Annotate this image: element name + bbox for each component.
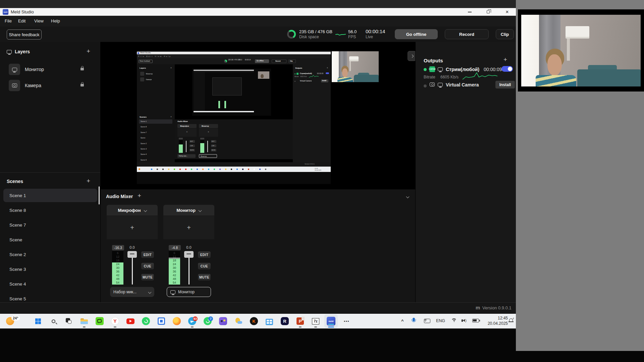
go-offline-button[interactable]: Go offline [395,29,438,39]
stream-toggle[interactable] [501,66,513,72]
tray-notification-bell-icon[interactable]: z [509,318,514,321]
channel-source-select[interactable]: Монитор [167,287,211,297]
mini-meter [200,140,204,153]
tray-chevron-up[interactable]: ^ [401,318,404,323]
taskbar-telegram[interactable]: 63 [185,314,199,328]
scene-item[interactable]: Scene 4 [3,277,97,291]
scenes-scrollbar[interactable] [99,186,100,204]
mini-webcam [332,51,379,82]
tray-battery-icon[interactable] [472,319,479,322]
scene-item[interactable]: Scene 7 [3,218,97,232]
games-icon [219,317,227,325]
tray-speaker-icon[interactable]: ) [462,318,467,322]
chevron-right-icon [410,54,414,58]
titlebar[interactable]: meld Meld Studio × [0,8,516,16]
taskbar-start[interactable] [31,314,45,328]
mini-taskbar-dot [231,169,232,170]
taskbar-yandex-browser[interactable]: Y [108,314,122,328]
taskbar-powerpoint[interactable]: P [293,314,307,328]
screen: meld Meld Studio × File Edit View Help S… [0,0,644,362]
mini-taskbar-dot [208,169,209,170]
record-button[interactable]: Record [445,29,489,39]
taskbar-file-explorer[interactable] [77,314,91,328]
tray-language[interactable]: ENG [436,318,445,323]
mini-taskbar-dot [242,169,244,170]
meld-status-logo: m [476,305,480,310]
cue-button[interactable]: CUE [198,262,211,270]
taskbar-youtube[interactable] [124,314,137,328]
live-label[interactable]: Live [366,35,373,39]
edit-button[interactable]: EDIT [198,251,211,258]
taskbar-kinopoisk[interactable]: K [247,314,261,328]
menu-edit[interactable]: Edit [18,18,25,23]
taskbar-microsoft-store[interactable] [263,314,276,328]
taskbar-green-app[interactable] [93,314,106,328]
tray-wifi-icon[interactable] [451,318,458,323]
restore-button[interactable] [481,8,495,16]
volume-slider-track[interactable] [132,254,133,285]
share-feedback-button[interactable]: Share feedback [7,29,42,40]
add-output-button[interactable]: + [503,57,507,63]
mute-button[interactable]: MUTE [198,274,211,281]
cue-button[interactable]: CUE [141,262,154,270]
mini-menubar: File Edit View Help [137,54,331,58]
menu-file[interactable]: File [5,18,12,23]
taskbar-games[interactable] [216,314,230,328]
scene-item[interactable]: Scene 1 [3,189,97,202]
collapse-outputs-button[interactable] [408,51,415,61]
taskbar-whatsapp[interactable] [139,314,153,328]
meter-scale-number: 6 [169,252,180,255]
preview-canvas[interactable]: Meld Studio File Edit View Help Share fe… [101,42,415,189]
close-button[interactable]: × [500,8,515,16]
mini-taskbar: 12:45 20.04.2025 [137,167,331,172]
scene-item[interactable]: Scene 3 [3,262,97,276]
taskbar-task-view[interactable] [62,314,75,328]
scene-item[interactable]: Scene 5 [3,292,97,302]
stream-preview: Meld Studio File Edit View Help Share fe… [137,49,379,184]
mini-taskbar-dot [168,169,169,170]
taskbar-firefox[interactable] [170,314,183,328]
meld-icon: meld [327,317,335,325]
taskbar-scan[interactable] [155,314,168,328]
tray-clock[interactable]: 12:45 20.04.2025 [484,315,508,326]
tray-date: 20.04.2025 [484,321,508,326]
whatsapp-icon [142,317,150,325]
taskbar-rutube[interactable]: R [278,314,291,328]
taskbar-meld[interactable]: meld [324,314,338,328]
add-source-area[interactable]: + [163,216,214,239]
edit-button[interactable]: EDIT [141,251,154,258]
scene-item[interactable]: Scene [3,233,97,246]
taskbar-cloud-app[interactable] [232,314,245,328]
bitrate-sparkline-icon [463,71,498,81]
mini-channel-header: Микрофон [177,124,197,128]
volume-slider-handle[interactable] [184,251,194,258]
menu-help[interactable]: Help [51,18,60,23]
channel-header[interactable]: Микрофон [107,205,158,216]
taskbar-7zip[interactable]: 7z [309,314,322,328]
statusbar: m Version 0.9.0.1 [0,302,516,313]
tray-mic-icon[interactable] [413,318,415,321]
meter-scale-number: 54 [112,281,123,284]
channel-source-select[interactable]: Набор мик... [110,287,154,297]
mini-taskbar-dot [162,169,164,170]
add-source-area[interactable]: + [107,216,158,239]
taskbar-whatsapp-chat[interactable]: 7 [201,314,214,328]
volume-slider-handle[interactable] [127,251,137,258]
mute-button[interactable]: MUTE [141,274,154,281]
webcam-pipe [567,38,570,60]
channel-header[interactable]: Монитор [163,205,214,216]
scene-item[interactable]: Scene 8 [3,203,97,217]
task-view-icon [66,318,72,324]
clip-button[interactable]: Clip [496,29,514,39]
taskbar-search[interactable] [47,314,60,328]
taskbar-more[interactable]: ⋯ [340,314,353,328]
restore-icon [487,10,490,13]
install-button[interactable]: Install [495,81,515,88]
minimize-button[interactable] [462,8,477,16]
scene-item[interactable]: Scene 2 [3,248,97,261]
tray-keyboard-icon[interactable] [424,319,430,323]
volume-slider-track[interactable] [189,254,190,285]
menu-view[interactable]: View [34,18,44,23]
youtube-icon [126,318,135,324]
more-icon: ⋯ [344,318,350,324]
